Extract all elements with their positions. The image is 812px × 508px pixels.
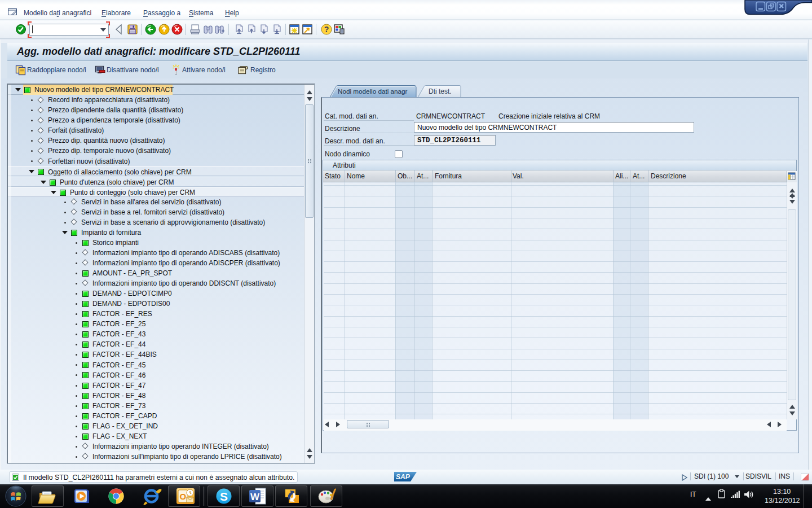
svg-text:S: S (220, 490, 228, 503)
svg-text:O: O (180, 492, 187, 501)
svg-text:W: W (250, 492, 260, 502)
svg-text:SAP: SAP (396, 473, 411, 481)
svg-text:?: ? (324, 25, 329, 34)
